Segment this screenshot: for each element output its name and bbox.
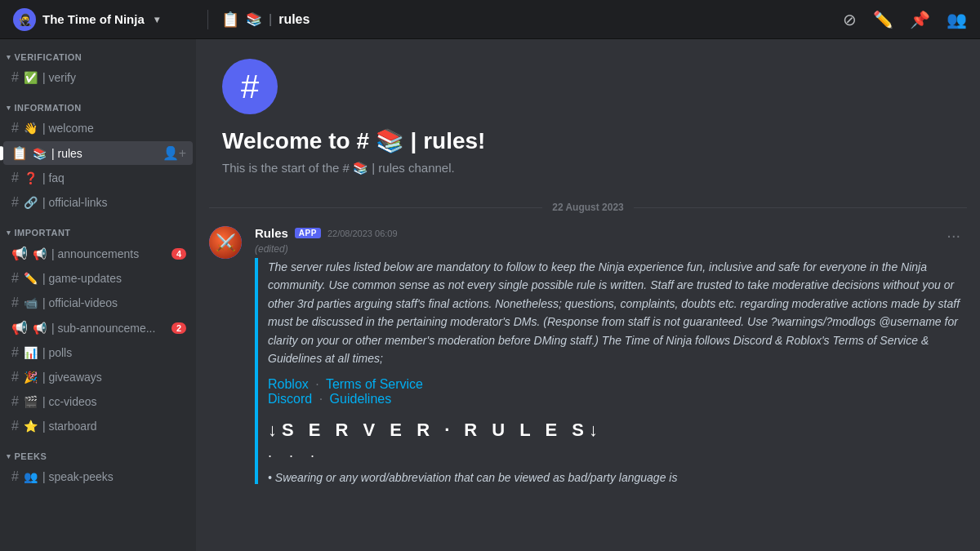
channel-name-label: | welcome [42,122,94,135]
channel-name-label: | speak-peeks [42,470,114,483]
thread-icon[interactable]: ⊘ [843,10,857,29]
channel-hash-icon: 📋 [221,11,239,29]
category-important: ▾ IMPORTANT [0,215,196,241]
channel-emoji-icon: 📚 [246,11,262,27]
message-edited: (edited) [255,243,967,255]
notification-badge: 2 [172,322,186,334]
message-timestamp: 22/08/2023 06:09 [327,229,398,238]
channel-name-label: | starboard [42,420,97,433]
sidebar-item-polls[interactable]: # 📊 | polls [3,341,193,364]
chevron-down-icon: ▾ [154,14,159,25]
channel-name-label: | faq [42,171,65,184]
sidebar-item-giveaways[interactable]: # 🎉 | giveaways [3,366,193,389]
sidebar: ▾ VERIFICATION # ✅ | verify ▾ INFORMATIO… [0,39,196,551]
speaker-icon: 📢 [11,246,28,261]
category-arrow-icon: ▾ [7,53,11,61]
tos-link[interactable]: Terms of Service [326,377,423,391]
top-bar: 🥷 The Time of Ninja ▾ 📋 📚 | rules ⊘ ✏️ 📌… [0,0,980,39]
sidebar-item-official-links[interactable]: # 🔗 | official-links [3,191,193,214]
add-user-icon: 👤+ [163,145,186,161]
channel-emoji: ⭐ [24,420,38,433]
pin-icon[interactable]: 📌 [910,10,930,29]
welcome-subtitle: This is the start of the # 📚 | rules cha… [222,161,954,176]
speaker-icon: 📢 [11,320,28,335]
guidelines-link[interactable]: Guidelines [330,392,392,406]
sidebar-item-welcome[interactable]: # 👋 | welcome [3,117,193,140]
sidebar-item-game-updates[interactable]: # ✏️ | game-updates [3,267,193,290]
category-label: INFORMATION [15,103,82,113]
roblox-link[interactable]: Roblox [268,377,309,391]
more-options-button[interactable]: ··· [947,226,960,245]
category-verification: ▾ VERIFICATION [0,39,196,65]
channel-header: 📋 📚 | rules ⊘ ✏️ 📌 👥 [207,10,967,29]
sidebar-item-sub-announcements[interactable]: 📢 📢 | sub-announceme... 2 [3,316,193,340]
hash-icon: # [11,419,19,433]
channel-emoji: 📹 [24,296,38,309]
link-separator: · [319,392,323,406]
content-area: # Welcome to # 📚 | rules! This is the st… [196,39,980,551]
channel-name-label: | rules [51,147,82,160]
hash-icon: # [11,271,19,286]
message-content: Rules APP 22/08/2023 06:09 (edited) The … [255,226,967,484]
channel-emoji: ✅ [24,71,38,84]
server-name-section[interactable]: 🥷 The Time of Ninja ▾ [13,8,207,31]
sidebar-item-faq[interactable]: # ❓ | faq [3,167,193,189]
channel-hash-circle: # [222,59,278,114]
channel-emoji: 🎉 [24,371,38,384]
app-badge: APP [295,228,321,238]
channel-name-label: | giveaways [42,371,102,384]
date-divider: 22 August 2023 [209,189,967,220]
sidebar-item-announcements[interactable]: 📢 📢 | announcements 4 [3,242,193,265]
discord-link[interactable]: Discord [268,392,312,406]
hash-icon: # [11,195,19,210]
message-author: Rules [255,226,288,240]
channel-name-label: | cc-videos [42,395,97,408]
sidebar-item-cc-videos[interactable]: # 🎬 | cc-videos [3,390,193,413]
avatar: ⚔️ [209,226,242,259]
server-name-label: The Time of Ninja [42,12,145,26]
channel-icon: 📋 [11,145,28,161]
link-row-1: Roblox · Terms of Service [268,377,967,392]
sidebar-item-speak-peeks[interactable]: # 👥 | speak-peeks [3,465,193,488]
hash-icon: # [11,469,19,484]
category-label: IMPORTANT [15,228,71,238]
channel-emoji: 📢 [33,322,47,335]
link-separator: · [315,377,318,391]
channel-emoji: 👋 [24,122,38,135]
messages-area[interactable]: # Welcome to # 📚 | rules! This is the st… [196,39,980,551]
channel-header-name: rules [278,12,310,27]
category-arrow-icon: ▾ [7,452,11,460]
members-icon[interactable]: 👥 [947,10,967,29]
edit-icon[interactable]: ✏️ [873,10,893,29]
channel-emoji: 📢 [33,247,47,260]
hash-icon: # [11,370,19,384]
server-rules-heading: ↓S E R V E R · R U L E S↓ [268,420,967,441]
sidebar-item-rules[interactable]: 📋 📚 | rules 👤+ [3,141,193,165]
channel-emoji: 👥 [24,470,38,483]
channel-name-label: | official-links [42,196,108,209]
message-wrapper: ⚔️ Rules APP 22/08/2023 06:09 (edited) T… [209,226,967,484]
channel-name-label: | sub-announceme... [51,322,155,335]
category-label: PEEKS [15,451,47,461]
hash-icon: # [11,394,19,409]
sidebar-item-starboard[interactable]: # ⭐ | starboard [3,415,193,438]
channel-name-label: | verify [42,71,76,84]
link-row-2: Discord · Guidelines [268,392,967,407]
channel-name-label: | game-updates [42,272,122,285]
sidebar-item-official-videos[interactable]: # 📹 | official-videos [3,291,193,314]
hash-icon: # [11,295,19,310]
channel-emoji: ✏️ [24,272,38,285]
dots: · · · [268,447,967,464]
channel-name-label: | official-videos [42,296,118,309]
channel-name-label: | polls [42,346,72,359]
category-label: VERIFICATION [15,52,82,62]
channel-emoji: 📊 [24,346,38,359]
sidebar-item-verify[interactable]: # ✅ | verify [3,66,193,89]
category-arrow-icon: ▾ [7,104,11,112]
channel-emoji: 🔗 [24,196,38,209]
message-text: The server rules listed below are mandat… [268,258,967,367]
date-label: 22 August 2023 [552,202,624,213]
category-peeks: ▾ PEEKS [0,438,196,464]
message-body: The server rules listed below are mandat… [255,258,967,484]
channel-emoji: ❓ [24,171,38,184]
